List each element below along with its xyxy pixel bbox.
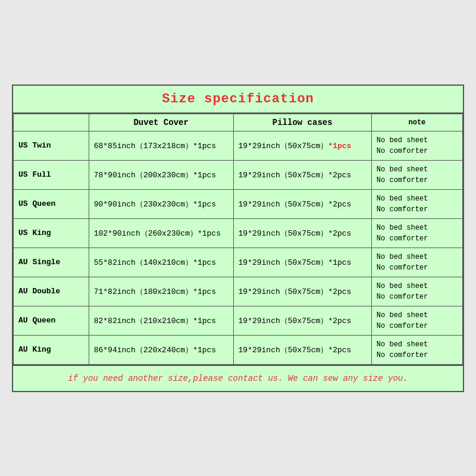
note-line: No bed sheet [377,311,428,320]
header-duvet: Duvet Cover [89,114,233,131]
cell-duvet: 55*82inch（140x210cm）*1pcs [89,248,233,277]
cell-note: No bed sheetNo comforter [371,277,462,306]
cell-size: US Queen [14,189,89,218]
cell-note: No bed sheetNo comforter [371,248,462,277]
cell-pillow: 19*29inch（50x75cm）*2pcs [233,277,371,306]
cell-note: No bed sheetNo comforter [371,160,462,189]
pillow-text: 19*29inch（50x75cm） [239,142,328,151]
note-line: No comforter [377,351,428,359]
cell-note: No bed sheetNo comforter [371,189,462,218]
cell-note: No bed sheetNo comforter [371,218,462,248]
note-line: No bed sheet [377,224,428,232]
note-line: No comforter [377,293,428,301]
cell-size: US Twin [14,131,89,160]
title-row: Size specification [13,86,463,114]
table-row: AU Double71*82inch（180x210cm）*1pcs19*29i… [14,277,463,306]
cell-size: US Full [14,160,89,189]
size-specification-card: Size specification Duvet Cover Pillow ca… [12,84,464,392]
cell-duvet: 82*82inch（210x210cm）*1pcs [89,306,233,335]
cell-duvet: 90*90inch（230x230cm）*1pcs [89,189,233,218]
footer-row: if you need another size,please contact … [13,365,463,391]
cell-note: No bed sheetNo comforter [371,335,462,364]
table-row: US Twin68*85inch（173x218cm）*1pcs19*29inc… [14,131,463,160]
cell-pillow: 19*29inch（50x75cm）*1pcs [233,248,371,277]
cell-size: AU Single [14,248,89,277]
cell-pillow: 19*29inch（50x75cm）*1pcs [233,131,371,160]
note-line: No bed sheet [377,195,428,203]
note-line: No bed sheet [377,253,428,261]
note-line: No bed sheet [377,165,428,174]
cell-pillow: 19*29inch（50x75cm）*2pcs [233,218,371,248]
table-row: US Full78*90inch（200x230cm）*1pcs19*29inc… [14,160,463,189]
cell-size: AU King [14,335,89,364]
cell-duvet: 68*85inch（173x218cm）*1pcs [89,131,233,160]
table-row: US Queen90*90inch（230x230cm）*1pcs19*29in… [14,189,463,218]
cell-size: AU Queen [14,306,89,335]
note-line: No comforter [377,234,428,243]
note-line: No bed sheet [377,136,428,145]
cell-size: US King [14,218,89,248]
header-size [14,114,89,131]
cell-note: No bed sheetNo comforter [371,306,462,335]
header-pillow: Pillow cases [233,114,371,131]
table-header-row: Duvet Cover Pillow cases note [14,114,463,131]
table-row: AU Queen82*82inch（210x210cm）*1pcs19*29in… [14,306,463,335]
cell-note: No bed sheetNo comforter [371,131,462,160]
table-row: AU King86*94inch（220x240cm）*1pcs19*29inc… [14,335,463,364]
card-title: Size specification [162,92,314,107]
cell-pillow: 19*29inch（50x75cm）*2pcs [233,189,371,218]
cell-pillow: 19*29inch（50x75cm）*2pcs [233,335,371,364]
note-line: No bed sheet [377,282,428,290]
note-line: No comforter [377,264,428,272]
note-line: No bed sheet [377,340,428,349]
cell-duvet: 102*90inch（260x230cm）*1pcs [89,218,233,248]
cell-pillow: 19*29inch（50x75cm）*2pcs [233,306,371,335]
cell-duvet: 86*94inch（220x240cm）*1pcs [89,335,233,364]
cell-duvet: 71*82inch（180x210cm）*1pcs [89,277,233,306]
table-container: Duvet Cover Pillow cases note US Twin68*… [13,114,463,365]
size-table: Duvet Cover Pillow cases note US Twin68*… [13,114,463,365]
table-row: US King102*90inch（260x230cm）*1pcs19*29in… [14,218,463,248]
table-row: AU Single55*82inch（140x210cm）*1pcs19*29i… [14,248,463,277]
note-line: No comforter [377,322,428,330]
cell-size: AU Double [14,277,89,306]
note-line: No comforter [377,205,428,214]
note-line: No comforter [377,176,428,184]
note-line: No comforter [377,147,428,155]
pillow-qty: *1pcs [328,142,351,151]
cell-duvet: 78*90inch（200x230cm）*1pcs [89,160,233,189]
footer-text: if you need another size,please contact … [68,374,408,383]
cell-pillow: 19*29inch（50x75cm）*2pcs [233,160,371,189]
header-note: note [371,114,462,131]
